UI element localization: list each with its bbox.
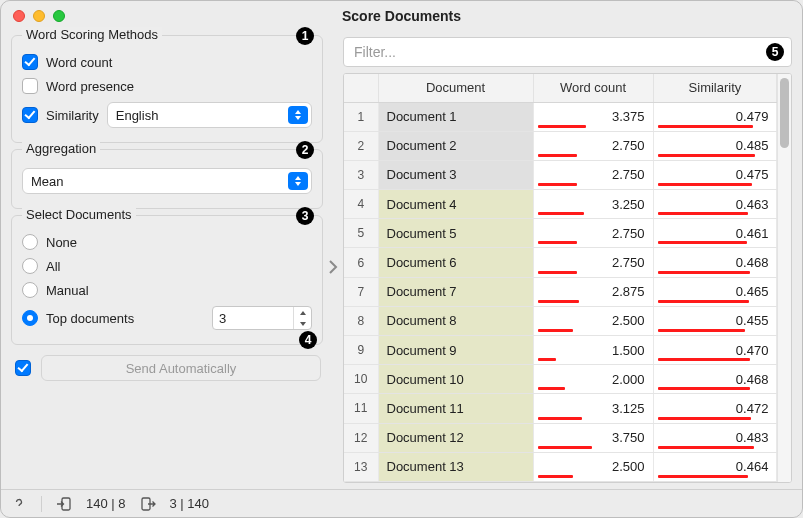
- table-row[interactable]: 12Document 123.7500.483: [344, 423, 777, 452]
- top-documents-input[interactable]: 3: [212, 306, 312, 330]
- col-rownum[interactable]: [344, 74, 378, 102]
- radio-all[interactable]: All: [22, 254, 312, 278]
- radio-label: None: [46, 235, 77, 250]
- separator: [41, 496, 42, 512]
- results-table[interactable]: Document Word count Similarity 1Document…: [344, 74, 777, 482]
- cell-wordcount: 3.375: [533, 102, 653, 131]
- status-input: 140 | 8: [86, 496, 126, 511]
- left-panel: Word Scoring Methods 1 Word count Word p…: [1, 31, 331, 489]
- group-legend: Select Documents: [22, 207, 136, 222]
- col-wordcount[interactable]: Word count: [533, 74, 653, 102]
- option-word-count[interactable]: Word count: [22, 50, 312, 74]
- cell-document: Document 4: [378, 190, 533, 219]
- section-number-2: 2: [296, 141, 314, 159]
- radio-icon[interactable]: [22, 310, 38, 326]
- chevron-updown-icon: [288, 172, 308, 190]
- table-row[interactable]: 11Document 113.1250.472: [344, 394, 777, 423]
- cell-document: Document 10: [378, 365, 533, 394]
- row-number: 13: [344, 452, 378, 481]
- step-up-icon[interactable]: [294, 307, 311, 318]
- table-row[interactable]: 13Document 132.5000.464: [344, 452, 777, 481]
- table-row[interactable]: 9Document 91.5000.470: [344, 336, 777, 365]
- row-number: 4: [344, 190, 378, 219]
- select-value: Mean: [31, 174, 64, 189]
- table-row[interactable]: 3Document 32.7500.475: [344, 160, 777, 189]
- table-row[interactable]: 6Document 62.7500.468: [344, 248, 777, 277]
- cell-document: Document 11: [378, 394, 533, 423]
- checkbox-word-count[interactable]: [22, 54, 38, 70]
- table-row[interactable]: 4Document 43.2500.463: [344, 190, 777, 219]
- cell-similarity: 0.461: [653, 219, 777, 248]
- option-similarity: Similarity English: [22, 98, 312, 132]
- checkbox-similarity[interactable]: [22, 107, 38, 123]
- filter-input[interactable]: Filter...: [343, 37, 792, 67]
- cell-wordcount: 3.250: [533, 190, 653, 219]
- cell-wordcount: 2.875: [533, 277, 653, 306]
- send-automatically-button[interactable]: Send Automatically: [41, 355, 321, 381]
- content-area: Word Scoring Methods 1 Word count Word p…: [1, 31, 802, 489]
- cell-similarity: 0.463: [653, 190, 777, 219]
- cell-document: Document 1: [378, 102, 533, 131]
- status-bar: 140 | 8 3 | 140: [1, 489, 802, 517]
- radio-icon[interactable]: [22, 258, 38, 274]
- row-number: 7: [344, 277, 378, 306]
- row-number: 1: [344, 102, 378, 131]
- row-number: 12: [344, 423, 378, 452]
- group-select-documents: Select Documents 3 None All Manual Top d…: [11, 215, 323, 345]
- cell-document: Document 3: [378, 160, 533, 189]
- table-row[interactable]: 10Document 102.0000.468: [344, 365, 777, 394]
- cell-document: Document 13: [378, 452, 533, 481]
- aggregation-row: Mean: [22, 164, 312, 198]
- radio-icon[interactable]: [22, 282, 38, 298]
- section-number-3: 3: [296, 207, 314, 225]
- radio-top-documents[interactable]: Top documents 3: [22, 302, 312, 334]
- stepper-buttons: [293, 307, 311, 329]
- radio-none[interactable]: None: [22, 230, 312, 254]
- cell-document: Document 8: [378, 306, 533, 335]
- zoom-window-icon[interactable]: [53, 10, 65, 22]
- select-similarity-language[interactable]: English: [107, 102, 312, 128]
- checkbox-word-presence[interactable]: [22, 78, 38, 94]
- cell-similarity: 0.465: [653, 277, 777, 306]
- select-aggregation[interactable]: Mean: [22, 168, 312, 194]
- label-word-count: Word count: [46, 55, 112, 70]
- checkbox-send-auto[interactable]: [15, 360, 31, 376]
- step-down-icon[interactable]: [294, 318, 311, 329]
- radio-label: All: [46, 259, 60, 274]
- cell-wordcount: 3.750: [533, 423, 653, 452]
- option-word-presence[interactable]: Word presence: [22, 74, 312, 98]
- collapse-panel-icon[interactable]: [327, 259, 339, 280]
- table-row[interactable]: 1Document 13.3750.479: [344, 102, 777, 131]
- col-document[interactable]: Document: [378, 74, 533, 102]
- row-number: 8: [344, 306, 378, 335]
- cell-document: Document 5: [378, 219, 533, 248]
- cell-document: Document 12: [378, 423, 533, 452]
- input-icon: [56, 496, 72, 512]
- close-window-icon[interactable]: [13, 10, 25, 22]
- row-number: 9: [344, 336, 378, 365]
- table-row[interactable]: 2Document 22.7500.485: [344, 131, 777, 160]
- cell-similarity: 0.470: [653, 336, 777, 365]
- status-output: 3 | 140: [170, 496, 210, 511]
- section-number-4: 4: [299, 331, 317, 349]
- table-row[interactable]: 7Document 72.8750.465: [344, 277, 777, 306]
- row-number: 11: [344, 394, 378, 423]
- minimize-window-icon[interactable]: [33, 10, 45, 22]
- table-row[interactable]: 8Document 82.5000.455: [344, 306, 777, 335]
- vertical-scrollbar[interactable]: [777, 74, 791, 482]
- scroll-thumb[interactable]: [780, 78, 789, 148]
- radio-icon[interactable]: [22, 234, 38, 250]
- row-number: 10: [344, 365, 378, 394]
- row-number: 3: [344, 160, 378, 189]
- table-header-row: Document Word count Similarity: [344, 74, 777, 102]
- cell-wordcount: 1.500: [533, 336, 653, 365]
- table-row[interactable]: 5Document 52.7500.461: [344, 219, 777, 248]
- cell-document: Document 2: [378, 131, 533, 160]
- help-icon[interactable]: [11, 496, 27, 512]
- row-number: 5: [344, 219, 378, 248]
- radio-manual[interactable]: Manual: [22, 278, 312, 302]
- cell-similarity: 0.483: [653, 423, 777, 452]
- cell-document: Document 7: [378, 277, 533, 306]
- col-similarity[interactable]: Similarity: [653, 74, 777, 102]
- row-number: 2: [344, 131, 378, 160]
